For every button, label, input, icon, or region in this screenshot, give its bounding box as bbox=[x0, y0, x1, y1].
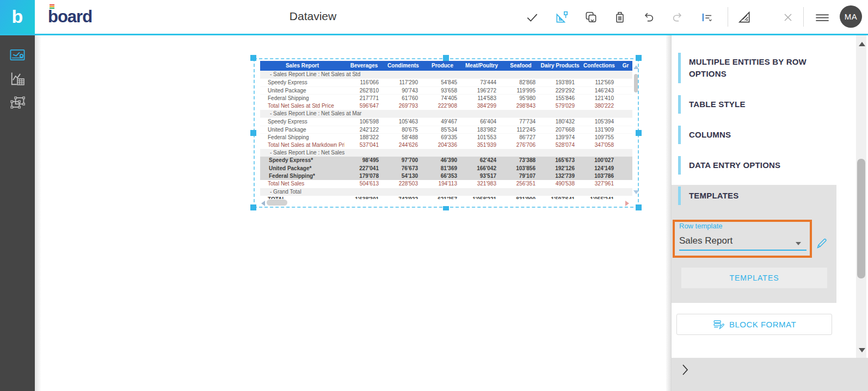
table-row-group: - Grand Total bbox=[260, 188, 632, 196]
panel-section-columns[interactable]: COLUMNS bbox=[678, 126, 830, 144]
value-cell[interactable]: 100'027 bbox=[580, 157, 619, 164]
sidebar-item-chart-object[interactable] bbox=[9, 70, 26, 88]
value-cell[interactable]: 179'078 bbox=[344, 172, 384, 180]
scroll-up-arrow-icon[interactable] bbox=[633, 65, 639, 69]
value-cell: 490'538 bbox=[540, 180, 580, 188]
selection-handle[interactable] bbox=[250, 130, 256, 136]
design-mode-button[interactable] bbox=[553, 9, 570, 26]
value-cell[interactable]: 66'353 bbox=[423, 172, 462, 180]
value-cell: 61'760 bbox=[384, 95, 423, 102]
value-cell[interactable]: 103'786 bbox=[580, 172, 619, 180]
value-cell: 351'939 bbox=[462, 141, 501, 149]
value-cell: 85'534 bbox=[423, 126, 462, 133]
value-cell: 112'245 bbox=[501, 126, 540, 133]
duplicate-icon bbox=[584, 10, 598, 24]
panel-section-data-entry-options[interactable]: DATA ENTRY OPTIONS bbox=[678, 156, 830, 175]
panel-scrollbar[interactable] bbox=[856, 35, 866, 358]
block-format-button[interactable]: BLOCK FORMAT bbox=[676, 314, 832, 335]
row-label: Federal Shipping bbox=[260, 95, 344, 102]
panel-scroll-down-icon[interactable] bbox=[859, 348, 865, 352]
templates-button[interactable]: TEMPLATES bbox=[681, 268, 827, 288]
close-button[interactable] bbox=[779, 9, 797, 26]
value-cell[interactable]: 73'388 bbox=[501, 157, 540, 164]
selection-handle[interactable] bbox=[636, 55, 642, 61]
toolbar-divider bbox=[728, 7, 728, 27]
value-cell[interactable]: 97'700 bbox=[384, 157, 423, 164]
value-cell: 384'299 bbox=[462, 102, 501, 110]
format-ruler-button[interactable] bbox=[736, 9, 753, 26]
undo-icon bbox=[642, 10, 656, 24]
section-label: TABLE STYLE bbox=[681, 95, 814, 114]
table-row-group: - Sales Report Line : Net Sales at Mar bbox=[260, 110, 632, 117]
dataview-table[interactable]: Sales ReportBeveragesCondimentsProduceMe… bbox=[260, 61, 632, 205]
selection-handle[interactable] bbox=[636, 130, 642, 136]
selection-handle[interactable] bbox=[443, 55, 449, 61]
menu-button[interactable] bbox=[814, 9, 831, 26]
scroll-right-arrow-icon[interactable] bbox=[625, 201, 629, 206]
redo-button[interactable] bbox=[669, 9, 686, 26]
format-ruler-icon bbox=[737, 10, 752, 24]
value-cell[interactable]: 62'424 bbox=[462, 157, 501, 164]
panel-scroll-up-icon[interactable] bbox=[859, 42, 865, 46]
vertical-scroll-thumb[interactable] bbox=[634, 74, 638, 92]
scroll-left-arrow-icon[interactable] bbox=[261, 201, 265, 206]
table-row-entry[interactable]: United Package**227'04176'67381'369166'0… bbox=[260, 165, 632, 172]
board-logo-tile[interactable]: b bbox=[0, 0, 35, 34]
duplicate-button[interactable] bbox=[582, 9, 600, 26]
value-cell[interactable]: 54'130 bbox=[384, 172, 423, 180]
hamburger-menu-icon bbox=[815, 10, 830, 25]
table-row-entry[interactable]: Speedy Express**98'49597'70046'39062'424… bbox=[260, 157, 632, 164]
selection-handle[interactable] bbox=[250, 55, 256, 61]
table-horizontal-scrollbar[interactable] bbox=[260, 199, 632, 206]
value-cell[interactable]: 98'495 bbox=[344, 157, 384, 164]
delete-button[interactable] bbox=[611, 9, 629, 26]
undo-button[interactable] bbox=[640, 9, 657, 26]
sidebar-item-layout-objects[interactable] bbox=[9, 94, 26, 111]
row-label: Total Net Sales at Std Price bbox=[260, 102, 344, 110]
value-cell: 321'983 bbox=[462, 180, 501, 188]
value-cell[interactable]: 76'673 bbox=[384, 165, 423, 172]
value-cell[interactable]: 46'390 bbox=[423, 157, 462, 164]
panel-section-templates[interactable]: TEMPLATES bbox=[678, 187, 830, 205]
layout-objects-icon bbox=[9, 94, 26, 111]
panel-scroll-thumb[interactable] bbox=[857, 159, 865, 278]
dataview-icon bbox=[9, 46, 26, 64]
scroll-down-arrow-icon[interactable] bbox=[633, 190, 639, 194]
value-cell: 77'734 bbox=[501, 118, 540, 125]
chart-table-icon bbox=[9, 70, 26, 88]
edit-template-button[interactable] bbox=[815, 237, 828, 250]
horizontal-scroll-thumb[interactable] bbox=[267, 200, 287, 206]
panel-section-multiple-entities-by-row-options[interactable]: MULTIPLE ENTITIES BY ROW OPTIONS bbox=[678, 53, 830, 83]
value-cell[interactable]: 93'517 bbox=[462, 172, 501, 180]
value-cell[interactable]: 132'739 bbox=[540, 172, 580, 180]
user-avatar[interactable]: MA bbox=[840, 5, 862, 28]
align-options-button[interactable] bbox=[698, 9, 716, 26]
confirm-button[interactable] bbox=[524, 9, 541, 26]
collapse-panel-chevron-icon[interactable] bbox=[678, 362, 692, 377]
value-cell[interactable]: 81'369 bbox=[423, 165, 462, 172]
value-cell[interactable]: 227'041 bbox=[344, 165, 384, 172]
value-cell: 66'404 bbox=[462, 118, 501, 125]
selection-handle[interactable] bbox=[250, 204, 256, 210]
row-label: Speedy Express bbox=[260, 79, 344, 86]
value-cell: 528'074 bbox=[540, 141, 580, 149]
panel-section-table-style[interactable]: TABLE STYLE bbox=[678, 95, 830, 114]
table-row-data: Speedy Express106'598105'46349'46766'404… bbox=[260, 117, 632, 125]
value-cell[interactable]: 192'126 bbox=[540, 165, 580, 172]
header-cell: Meat/Poultry bbox=[462, 61, 501, 71]
value-cell: 49'467 bbox=[423, 118, 462, 125]
value-cell[interactable]: 79'107 bbox=[501, 172, 540, 180]
selection-handle[interactable] bbox=[636, 204, 642, 210]
value-cell[interactable]: 166'042 bbox=[462, 165, 501, 172]
block-format-label: BLOCK FORMAT bbox=[729, 320, 796, 329]
sidebar-item-dataview[interactable] bbox=[9, 46, 26, 64]
value-cell-clipped bbox=[619, 157, 632, 164]
table-row-total: Total Net Sales504'613228'503194'113321'… bbox=[260, 180, 632, 188]
value-cell: 204'336 bbox=[423, 141, 462, 149]
value-cell[interactable]: 165'673 bbox=[540, 157, 580, 164]
value-cell[interactable]: 124'149 bbox=[580, 165, 619, 172]
value-cell: 579'029 bbox=[540, 102, 580, 110]
table-row-entry[interactable]: Federal Shipping**179'07854'13066'35393'… bbox=[260, 172, 632, 180]
row-label: - Sales Report Line : Net Sales at Mar bbox=[260, 110, 632, 117]
value-cell[interactable]: 103'856 bbox=[501, 165, 540, 172]
